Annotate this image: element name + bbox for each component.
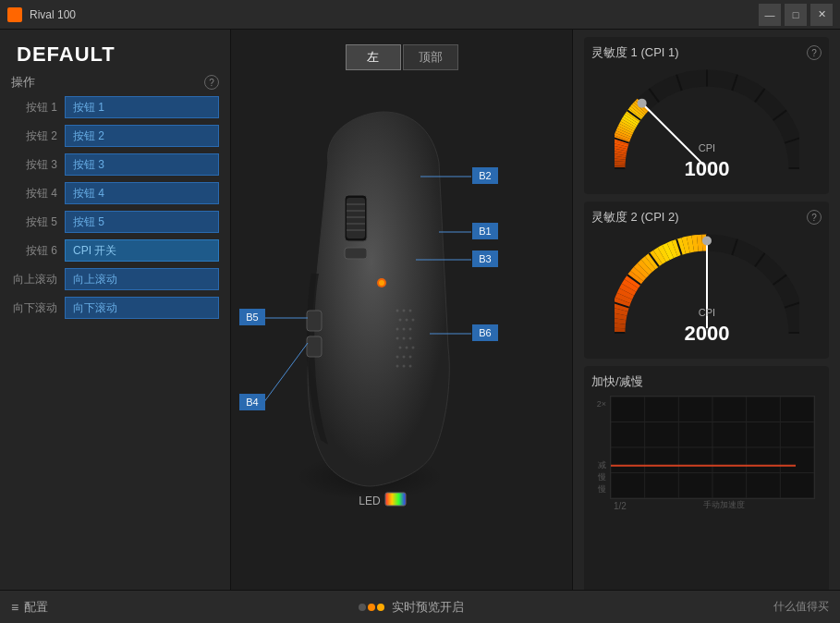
svg-text:B3: B3 (479, 253, 491, 264)
mouse-area: B2 B1 B3 B6 B5 B4 LED (231, 70, 572, 623)
accel-y-max: 2× (591, 399, 606, 409)
svg-point-22 (396, 337, 398, 340)
toggle-dot-3 (377, 604, 384, 611)
button-label-1: 按钮 1 (11, 100, 57, 116)
cpi2-header: 灵敏度 2 (CPI 2) ? (591, 209, 822, 226)
accel-x-label: 手动加速度 (627, 499, 822, 511)
cpi2-title: 灵敏度 2 (CPI 2) (591, 209, 679, 226)
svg-point-23 (402, 337, 405, 340)
cpi2-section: 灵敏度 2 (CPI 2) ? (584, 202, 829, 359)
button-label-2: 按钮 2 (11, 128, 57, 144)
svg-point-33 (408, 365, 411, 368)
svg-point-17 (405, 319, 408, 322)
watermark-text: 什么值得买 (773, 599, 829, 615)
button-value-5[interactable]: 按钮 5 (65, 211, 219, 233)
accel-chart-wrapper: 2× 减慢慢 1/2 手动加速度 (591, 396, 822, 511)
svg-point-13 (396, 310, 398, 312)
center-panel: 左 顶部 (231, 30, 572, 623)
svg-text:B5: B5 (246, 312, 258, 323)
cpi1-title: 灵敏度 1 (CPI 1) (591, 44, 679, 61)
svg-point-15 (408, 310, 411, 312)
button-row: 按钮 4 按钮 4 (11, 180, 219, 206)
toggle-dots (359, 604, 384, 611)
toggle-dot-2 (368, 604, 375, 611)
button-value-scroll-down[interactable]: 向下滚动 (65, 297, 219, 319)
button-list: 按钮 1 按钮 1 按钮 2 按钮 2 按钮 3 按钮 3 按钮 4 按钮 4 … (11, 94, 219, 321)
left-panel: DEFAULT 操作 ? 按钮 1 按钮 1 按钮 2 按钮 2 按钮 3 按钮… (0, 30, 231, 623)
svg-point-16 (398, 319, 401, 322)
svg-point-20 (402, 328, 405, 331)
svg-point-25 (398, 347, 401, 349)
button-label-6: 按钮 6 (11, 243, 57, 259)
button-row: 向上滚动 向上滚动 (11, 266, 219, 292)
svg-point-28 (396, 356, 398, 359)
cpi1-gauge-container (591, 67, 822, 187)
close-button[interactable]: ✕ (810, 4, 833, 26)
accel-chart-area: 2× 减慢慢 (591, 396, 822, 499)
svg-point-24 (408, 337, 411, 340)
main-content: DEFAULT 操作 ? 按钮 1 按钮 1 按钮 2 按钮 2 按钮 3 按钮… (0, 30, 840, 623)
tab-top[interactable]: 顶部 (403, 44, 458, 70)
accel-title: 加快/减慢 (591, 373, 822, 390)
accel-y-labels-slow: 减慢慢 (591, 459, 606, 495)
accel-bottom: 1/2 手动加速度 (591, 499, 822, 511)
title-bar: Rival 100 — □ ✕ (0, 0, 840, 30)
page-title: DEFAULT (0, 30, 230, 74)
accel-chart (610, 396, 822, 499)
svg-rect-8 (345, 248, 367, 259)
cpi2-gauge[interactable] (615, 231, 799, 351)
button-value-1[interactable]: 按钮 1 (65, 96, 219, 118)
svg-text:B6: B6 (479, 327, 491, 338)
button-row: 按钮 3 按钮 3 (11, 152, 219, 177)
cpi1-gauge[interactable] (615, 67, 799, 187)
config-button[interactable]: ≡ 配置 (11, 599, 48, 616)
button-label-5: 按钮 5 (11, 214, 57, 230)
button-row: 按钮 6 CPI 开关 (11, 238, 219, 263)
button-row: 向下滚动 向下滚动 (11, 295, 219, 321)
cpi2-gauge-container (591, 231, 822, 351)
maximize-button[interactable]: □ (785, 4, 807, 26)
accel-canvas[interactable] (610, 396, 815, 499)
accel-page-label: 1/2 (591, 501, 627, 511)
button-value-3[interactable]: 按钮 3 (65, 153, 219, 176)
svg-line-39 (263, 343, 308, 403)
svg-point-18 (411, 319, 414, 322)
operations-header: 操作 ? (11, 74, 219, 91)
svg-point-27 (411, 347, 414, 349)
app-name: Rival 100 (30, 8, 76, 21)
config-icon: ≡ (11, 600, 18, 615)
svg-text:B1: B1 (479, 226, 491, 237)
cpi1-help-icon[interactable]: ? (807, 45, 822, 60)
minimize-button[interactable]: — (759, 4, 781, 26)
button-row: 按钮 2 按钮 2 (11, 123, 219, 149)
button-label-scroll-down: 向下滚动 (11, 300, 57, 316)
svg-point-14 (402, 310, 405, 312)
accel-y-labels: 2× 减慢慢 (591, 396, 610, 499)
cpi2-help-icon[interactable]: ? (807, 210, 822, 225)
button-label-4: 按钮 4 (11, 186, 57, 202)
title-bar-controls: — □ ✕ (759, 4, 833, 26)
operations-section: 操作 ? 按钮 1 按钮 1 按钮 2 按钮 2 按钮 3 按钮 3 按 (0, 74, 230, 582)
button-value-6[interactable]: CPI 开关 (65, 239, 219, 262)
button-label-3: 按钮 3 (11, 157, 57, 173)
cpi1-header: 灵敏度 1 (CPI 1) ? (591, 44, 822, 61)
svg-point-26 (405, 347, 408, 349)
button-value-4[interactable]: 按钮 4 (65, 182, 219, 204)
operations-help-icon[interactable]: ? (204, 75, 219, 90)
svg-rect-54 (385, 493, 406, 506)
cpi1-section: 灵敏度 1 (CPI 1) ? (584, 37, 829, 194)
svg-rect-12 (307, 336, 322, 357)
button-value-scroll-up[interactable]: 向上滚动 (65, 268, 219, 290)
realtime-toggle[interactable]: 实时预览开启 (359, 599, 464, 616)
svg-point-32 (402, 365, 405, 368)
tab-left[interactable]: 左 (346, 44, 401, 70)
operations-label: 操作 (11, 74, 35, 91)
button-value-2[interactable]: 按钮 2 (65, 125, 219, 147)
toggle-dot-1 (359, 604, 366, 611)
svg-point-30 (408, 356, 411, 359)
svg-text:LED: LED (359, 495, 381, 507)
svg-rect-11 (307, 311, 322, 331)
svg-point-21 (408, 328, 411, 331)
button-row: 按钮 5 按钮 5 (11, 209, 219, 235)
accel-section: 加快/减慢 2× 减慢慢 1/2 手动加速度 (584, 366, 829, 616)
